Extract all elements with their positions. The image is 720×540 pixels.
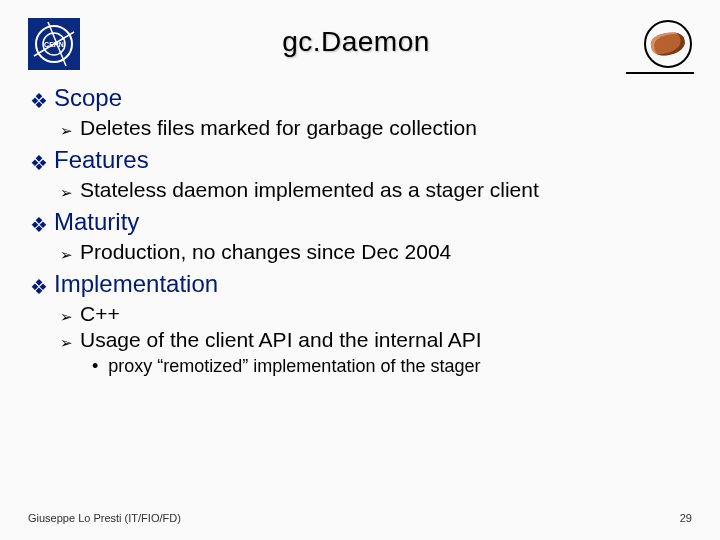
section-item: ➢ C++ xyxy=(60,302,692,326)
item-text: Deletes files marked for garbage collect… xyxy=(80,116,477,140)
svg-text:CERN: CERN xyxy=(44,41,64,48)
section-item: ➢ Usage of the client API and the intern… xyxy=(60,328,692,352)
chevron-icon: ➢ xyxy=(60,122,73,140)
heading-text: Maturity xyxy=(54,208,139,236)
section-item: ➢ Stateless daemon implemented as a stag… xyxy=(60,178,692,202)
chevron-icon: ➢ xyxy=(60,246,73,264)
diamond-icon: ❖ xyxy=(30,153,48,173)
section-heading: ❖ Implementation xyxy=(30,270,692,298)
title-wrap: gc.Daemon xyxy=(80,18,632,58)
dot-icon: • xyxy=(92,356,98,377)
section-heading: ❖ Scope xyxy=(30,84,692,112)
chevron-icon: ➢ xyxy=(60,184,73,202)
slide-title: gc.Daemon xyxy=(80,26,632,58)
item-text: C++ xyxy=(80,302,120,326)
diamond-icon: ❖ xyxy=(30,215,48,235)
page-number: 29 xyxy=(680,512,692,524)
item-text: Usage of the client API and the internal… xyxy=(80,328,482,352)
cern-logo: CERN xyxy=(28,18,80,70)
chevron-icon: ➢ xyxy=(60,334,73,352)
slide-footer: Giuseppe Lo Presti (IT/FIO/FD) 29 xyxy=(28,512,692,524)
slide-content: ❖ Scope ➢ Deletes files marked for garba… xyxy=(28,84,692,377)
section-item: ➢ Deletes files marked for garbage colle… xyxy=(60,116,692,140)
slide-header: CERN gc.Daemon xyxy=(28,18,692,70)
heading-text: Scope xyxy=(54,84,122,112)
slide: CERN gc.Daemon ❖ Scope ➢ Deletes files m… xyxy=(0,0,720,540)
section-subitem: • proxy “remotized” implementation of th… xyxy=(92,356,692,377)
chevron-icon: ➢ xyxy=(60,308,73,326)
castor-logo xyxy=(632,18,692,70)
heading-text: Features xyxy=(54,146,149,174)
diamond-icon: ❖ xyxy=(30,91,48,111)
footer-author: Giuseppe Lo Presti (IT/FIO/FD) xyxy=(28,512,181,524)
section-item: ➢ Production, no changes since Dec 2004 xyxy=(60,240,692,264)
section-heading: ❖ Maturity xyxy=(30,208,692,236)
diamond-icon: ❖ xyxy=(30,277,48,297)
item-text: Stateless daemon implemented as a stager… xyxy=(80,178,539,202)
item-text: Production, no changes since Dec 2004 xyxy=(80,240,451,264)
heading-text: Implementation xyxy=(54,270,218,298)
section-heading: ❖ Features xyxy=(30,146,692,174)
subitem-text: proxy “remotized” implementation of the … xyxy=(108,356,480,377)
